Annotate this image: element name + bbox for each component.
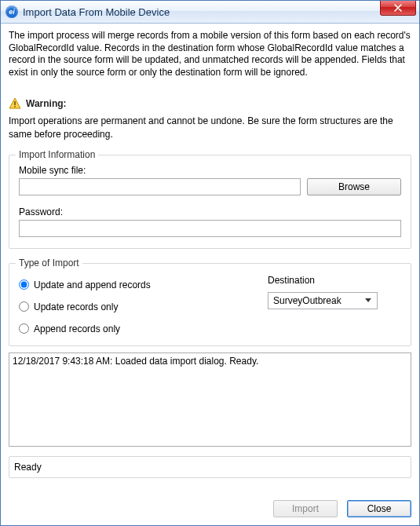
radio-append-only-input[interactable] bbox=[19, 323, 29, 334]
chevron-down-icon bbox=[363, 298, 374, 302]
mobile-sync-file-input[interactable] bbox=[19, 178, 301, 195]
radio-update-only-input[interactable] bbox=[19, 301, 29, 312]
dialog-body: The import process will merge records fr… bbox=[1, 24, 419, 525]
warning-icon bbox=[9, 97, 21, 110]
close-icon bbox=[394, 4, 402, 12]
destination-label: Destination bbox=[268, 275, 401, 286]
dialog-buttons: Import Close bbox=[9, 488, 411, 517]
radio-append-only[interactable]: Append records only bbox=[19, 323, 252, 334]
mobile-sync-file-label: Mobile sync file: bbox=[19, 165, 401, 176]
warning-label: Warning: bbox=[26, 98, 67, 109]
import-dialog: ei Import Data From Mobile Device The im… bbox=[0, 0, 420, 526]
close-window-button[interactable] bbox=[380, 1, 416, 16]
warning-header: Warning: bbox=[9, 97, 411, 110]
import-information-legend: Import Information bbox=[16, 149, 98, 160]
password-label: Password: bbox=[19, 206, 401, 217]
status-bar: Ready bbox=[9, 456, 411, 478]
import-information-group: Import Information Mobile sync file: Bro… bbox=[9, 155, 411, 249]
type-of-import-legend: Type of Import bbox=[16, 258, 82, 268]
radio-update-append-label: Update and append records bbox=[34, 279, 151, 290]
import-type-options: Update and append records Update records… bbox=[19, 275, 252, 334]
radio-update-only-label: Update records only bbox=[34, 301, 118, 312]
password-input[interactable] bbox=[19, 220, 401, 237]
import-button[interactable]: Import bbox=[273, 500, 338, 517]
app-icon: ei bbox=[5, 5, 18, 18]
log-output[interactable]: 12/18/2017 9:43:18 AM: Loaded data impor… bbox=[9, 352, 411, 447]
titlebar: ei Import Data From Mobile Device bbox=[1, 1, 419, 24]
destination-select[interactable]: SurveyOutbreak bbox=[268, 292, 378, 309]
browse-button[interactable]: Browse bbox=[307, 178, 401, 195]
destination-block: Destination SurveyOutbreak bbox=[268, 275, 401, 334]
svg-rect-1 bbox=[14, 106, 16, 108]
log-line: 12/18/2017 9:43:18 AM: Loaded data impor… bbox=[13, 356, 407, 367]
intro-text: The import process will merge records fr… bbox=[9, 30, 411, 79]
type-of-import-group: Type of Import Update and append records… bbox=[9, 263, 411, 346]
radio-update-append[interactable]: Update and append records bbox=[19, 279, 252, 290]
status-text: Ready bbox=[14, 462, 42, 473]
svg-rect-0 bbox=[14, 101, 16, 105]
radio-update-append-input[interactable] bbox=[19, 279, 29, 290]
close-button[interactable]: Close bbox=[347, 500, 411, 517]
destination-value: SurveyOutbreak bbox=[273, 295, 341, 306]
radio-append-only-label: Append records only bbox=[34, 323, 120, 334]
window-title: Import Data From Mobile Device bbox=[23, 6, 170, 18]
radio-update-only[interactable]: Update records only bbox=[19, 301, 252, 312]
warning-text: Import operations are permanent and cann… bbox=[9, 115, 411, 140]
